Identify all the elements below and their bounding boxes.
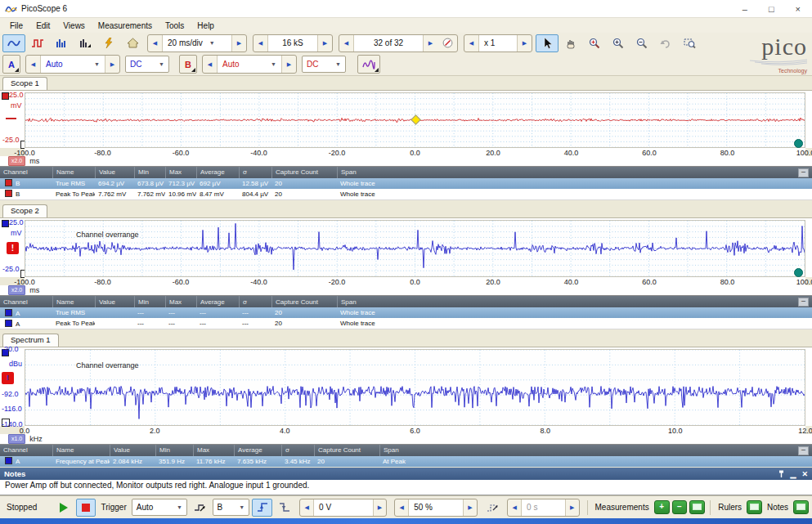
column-header[interactable]: Span <box>337 296 812 307</box>
buffer-overview-button[interactable] <box>437 35 457 52</box>
channel-a-axis-icon[interactable] <box>2 220 9 227</box>
marquee-zoom-tool-button[interactable] <box>583 34 606 52</box>
column-header[interactable]: σ <box>281 445 314 456</box>
delay-up-button[interactable]: ▶ <box>566 499 579 516</box>
channel-a-range-next-button[interactable]: ▶ <box>105 56 119 73</box>
scope1-plot[interactable] <box>25 92 805 148</box>
measurement-row[interactable]: APeak To Peak------------20Whole trace <box>0 318 812 329</box>
column-header[interactable]: Min <box>134 167 165 178</box>
delay-down-button[interactable]: ◀ <box>508 499 521 516</box>
home-button[interactable] <box>121 34 144 52</box>
measurement-row[interactable]: AFrequency at Peak2.084 kHz351.9 Hz11.76… <box>0 456 812 467</box>
trigger-source-select[interactable]: B ▼ <box>213 499 250 516</box>
pretrigger-percent-down-button[interactable]: ◀ <box>395 499 408 516</box>
column-header[interactable]: Value <box>110 445 155 456</box>
table-collapse-button[interactable]: – <box>798 446 809 455</box>
scope2-x-scale-badge[interactable]: x2.0 <box>8 285 25 295</box>
scope2-plot[interactable]: Channel overrange <box>25 220 805 277</box>
windows-taskbar[interactable] <box>0 518 812 524</box>
measurement-row[interactable]: BTrue RMS694.2 µV673.8 µV712.3 µV692 µV1… <box>0 178 812 189</box>
zoom-factor-select[interactable]: x 1 <box>478 35 518 52</box>
column-header[interactable]: Max <box>193 445 234 456</box>
channel-a-range-select[interactable]: Auto ▼ <box>40 56 105 73</box>
overrange-warning-icon[interactable]: ! <box>2 372 14 384</box>
collapse-panel-icon[interactable]: ▁ <box>791 470 796 478</box>
edit-measurement-button[interactable] <box>689 500 705 514</box>
channel-b-range-next-button[interactable]: ▶ <box>282 56 296 73</box>
normal-selection-tool-button[interactable] <box>536 34 559 52</box>
column-header[interactable]: Capture Count <box>271 296 337 307</box>
scope1-x-scale-badge[interactable]: x2.0 <box>8 156 25 166</box>
column-header[interactable]: Name <box>52 445 110 456</box>
column-header[interactable]: Name <box>52 296 95 307</box>
timebase-prev-button[interactable]: ◀ <box>148 35 162 52</box>
start-capture-button[interactable] <box>53 499 74 517</box>
multi-view-button[interactable] <box>74 34 96 52</box>
scope-mode-button[interactable] <box>2 34 25 52</box>
rising-edge-button[interactable] <box>252 499 272 517</box>
signal-generator-button[interactable] <box>357 55 380 74</box>
pan-handle-icon[interactable] <box>794 139 803 148</box>
add-measurement-button[interactable]: + <box>654 500 670 514</box>
column-header[interactable]: Channel <box>0 296 52 307</box>
timebase-next-button[interactable]: ▶ <box>232 35 246 52</box>
zoom-in-step-button[interactable]: ▶ <box>518 35 532 52</box>
spectrum1-plot[interactable]: Channel overrange <box>25 349 805 426</box>
minimize-icon[interactable]: – <box>742 4 747 14</box>
column-header[interactable]: Capture Count <box>314 445 379 456</box>
pretrigger-percent-up-button[interactable]: ▶ <box>464 499 477 516</box>
menu-file[interactable]: File <box>3 20 29 31</box>
column-header[interactable]: Average <box>196 296 239 307</box>
advanced-trigger-button[interactable] <box>190 499 210 517</box>
column-header[interactable]: Average <box>234 445 281 456</box>
spectrum-mode-button[interactable] <box>50 34 73 52</box>
notes-toggle-button[interactable] <box>793 500 809 514</box>
measurement-row[interactable]: BPeak To Peak7.762 mV7.762 mV10.96 mV8.4… <box>0 189 812 200</box>
trigger-mode-select[interactable]: Auto ▼ <box>132 499 187 516</box>
pretrigger-percent-input[interactable]: 50 % <box>408 499 464 516</box>
channel-b-range-prev-button[interactable]: ◀ <box>203 56 217 73</box>
channel-a-coupling-select[interactable]: DC ▼ <box>125 56 169 73</box>
hand-tool-button[interactable] <box>559 34 582 52</box>
column-header[interactable]: Average <box>196 167 239 178</box>
overrange-warning-icon[interactable]: ! <box>7 242 19 254</box>
undo-zoom-button[interactable] <box>654 34 677 52</box>
remove-measurement-button[interactable]: − <box>672 500 688 514</box>
close-panel-icon[interactable]: ✕ <box>801 470 808 478</box>
buffer-position[interactable]: 32 of 32 <box>353 35 424 52</box>
column-header[interactable]: Max <box>165 296 196 307</box>
persistence-mode-button[interactable] <box>26 34 49 52</box>
column-header[interactable]: Value <box>95 296 134 307</box>
column-header[interactable]: Capture Count <box>271 167 337 178</box>
rulers-settings-button[interactable] <box>747 500 762 514</box>
setup-wizard-button[interactable] <box>97 34 120 52</box>
column-header[interactable]: σ <box>239 167 271 178</box>
stop-capture-button[interactable] <box>76 499 96 517</box>
samples-prev-button[interactable]: ◀ <box>253 35 267 52</box>
menu-help[interactable]: Help <box>191 20 221 31</box>
channel-a-range-prev-button[interactable]: ◀ <box>26 56 40 73</box>
menu-edit[interactable]: Edit <box>29 20 56 31</box>
trigger-level-down-button[interactable]: ◀ <box>300 499 313 516</box>
zoom-out-tool-button[interactable] <box>630 34 653 52</box>
menu-measurements[interactable]: Measurements <box>92 20 159 31</box>
notes-content[interactable]: Power Amp off but connected, Monitor out… <box>0 480 812 495</box>
column-header[interactable]: Min <box>155 445 193 456</box>
maximize-icon[interactable]: □ <box>769 4 774 14</box>
close-icon[interactable]: × <box>796 4 801 14</box>
samples-select[interactable]: 16 kS <box>267 35 318 52</box>
table-collapse-button[interactable]: – <box>798 168 809 177</box>
buffer-prev-button[interactable]: ◀ <box>339 35 353 52</box>
column-header[interactable]: Channel <box>0 167 52 178</box>
table-collapse-button[interactable]: – <box>798 298 809 307</box>
column-header[interactable]: Value <box>95 167 134 178</box>
spectrum1-x-scale-badge[interactable]: x1.0 <box>8 434 25 444</box>
delay-input[interactable]: 0 s <box>521 499 566 516</box>
trigger-level-input[interactable]: 0 V <box>313 499 373 516</box>
trigger-options-button[interactable] <box>482 499 503 517</box>
column-header[interactable]: Name <box>52 167 95 178</box>
menu-views[interactable]: Views <box>56 20 92 31</box>
timebase-select[interactable]: 20 ms/div ▼ <box>162 35 232 52</box>
column-header[interactable]: Max <box>165 167 196 178</box>
channel-b-range-select[interactable]: Auto ▼ <box>217 56 282 73</box>
